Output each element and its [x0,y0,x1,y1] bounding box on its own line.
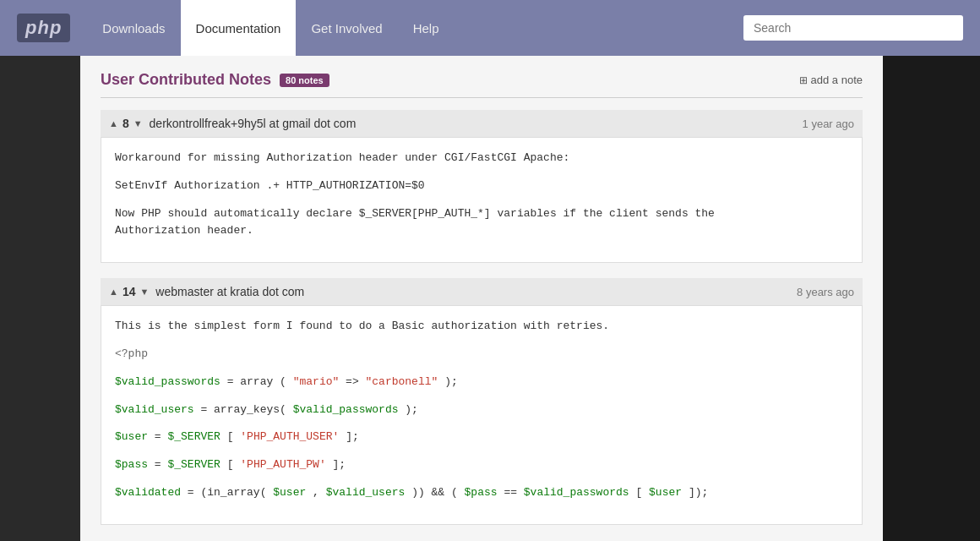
note-2-php-tag: <?php [115,346,848,363]
vote-controls-1: ▲ 8 ▼ [109,117,143,130]
note-2-code-1: $valid_passwords = array ( "mario" => "c… [115,374,848,391]
note-2-code-5: $validated = (in_array( $user , $valid_u… [115,484,848,502]
section-heading: User Contributed Notes [101,71,271,89]
section-title-left: User Contributed Notes 80 notes [101,71,329,89]
content-area: User Contributed Notes 80 notes add a no… [80,56,883,541]
note-2: ▲ 14 ▼ webmaster at kratia dot com 8 yea… [101,278,863,525]
notes-badge: 80 notes [280,74,329,87]
note-1-text-3: Now PHP should automatically declare $_S… [115,205,848,241]
right-sidebar [883,56,980,541]
note-2-body: This is the simplest form I found to do … [101,305,863,525]
vote-count-2: 14 [122,285,136,298]
add-note-link[interactable]: add a note [799,74,863,86]
vote-up-2[interactable]: ▲ [109,287,118,297]
note-2-time: 8 years ago [797,286,854,298]
header: php Downloads Documentation Get Involved… [0,0,980,56]
note-1-text-1: Workaround for missing Authorization hea… [115,150,848,167]
nav-downloads[interactable]: Downloads [87,0,180,56]
vote-count-1: 8 [122,117,129,130]
note-2-author: webmaster at kratia dot com [155,285,790,298]
note-1-author: derkontrollfreak+9hy5l at gmail dot com [150,117,796,130]
note-2-header: ▲ 14 ▼ webmaster at kratia dot com 8 yea… [101,278,863,305]
vote-down-2[interactable]: ▼ [139,287,149,297]
note-2-text-intro: This is the simplest form I found to do … [115,318,848,336]
main-nav: Downloads Documentation Get Involved Hel… [87,0,743,56]
search-box [743,15,963,41]
note-1-time: 1 year ago [803,117,854,130]
note-2-code-4: $pass = $_SERVER [ 'PHP_AUTH_PW' ]; [115,456,848,474]
search-input[interactable] [743,15,963,41]
nav-help[interactable]: Help [398,0,455,56]
nav-documentation[interactable]: Documentation [181,0,297,56]
note-1-text-2: SetEnvIf Authorization .+ HTTP_AUTHORIZA… [115,178,848,195]
php-logo: php [17,14,70,42]
note-1-body: Workaround for missing Authorization hea… [101,137,863,263]
nav-get-involved[interactable]: Get Involved [296,0,397,56]
note-2-code-3: $user = $_SERVER [ 'PHP_AUTH_USER' ]; [115,429,848,446]
vote-down-1[interactable]: ▼ [133,118,143,128]
vote-up-1[interactable]: ▲ [109,118,118,128]
note-1-header: ▲ 8 ▼ derkontrollfreak+9hy5l at gmail do… [101,110,863,137]
section-title: User Contributed Notes 80 notes add a no… [101,71,863,98]
note-2-code-2: $valid_users = array_keys( $valid_passwo… [115,402,848,419]
note-1: ▲ 8 ▼ derkontrollfreak+9hy5l at gmail do… [101,110,863,263]
left-sidebar [0,56,80,541]
main-wrapper: User Contributed Notes 80 notes add a no… [0,56,980,541]
vote-controls-2: ▲ 14 ▼ [109,285,149,298]
